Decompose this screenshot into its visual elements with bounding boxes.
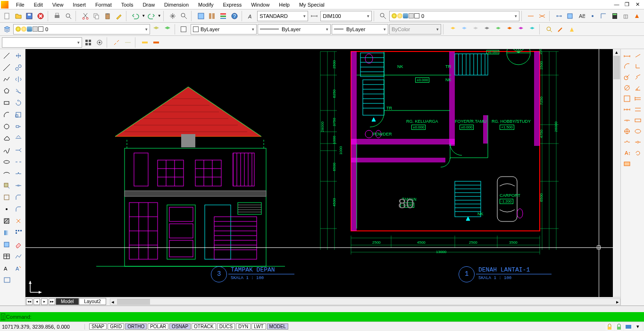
hatch-tool[interactable] [1,215,12,227]
dim-jog-button[interactable] [633,72,643,82]
menu-tools[interactable]: Tools [117,1,138,8]
ortho-toggle[interactable]: ORTHO [125,323,147,330]
menu-window[interactable]: Window [246,1,274,8]
dim-style-dropdown[interactable]: DIM100 [320,11,371,21]
insert-block-tool[interactable] [1,180,12,191]
dim-linear-button[interactable] [526,11,536,21]
dist-button[interactable] [554,11,564,21]
save-button[interactable] [24,11,34,21]
polar-toggle[interactable]: POLAR [148,323,168,330]
mirror-tool[interactable] [13,74,24,85]
match-prop-button[interactable] [114,11,124,21]
close-button[interactable]: ✕ [633,1,642,8]
ellipse-arc-tool[interactable] [1,168,12,179]
layer-state-dropdown[interactable]: 0 [389,11,519,21]
polygon-tool[interactable] [1,85,12,97]
close-file-button[interactable] [35,11,46,21]
menu-help[interactable]: Help [274,1,294,8]
hardware-accel-icon[interactable] [624,323,633,331]
dim-ang-button[interactable] [633,83,643,93]
layer-isolate-button[interactable] [448,24,458,34]
array-tool[interactable] [13,227,24,238]
menu-file[interactable]: File [11,1,29,8]
join-tool[interactable] [13,180,24,191]
dim-arc-button[interactable] [622,61,632,71]
grid-toggle[interactable]: GRID [108,323,124,330]
tab-first[interactable]: ◂◂ [26,298,33,305]
list-button[interactable]: ABC [576,11,586,21]
viewport-grid-button[interactable] [83,37,93,48]
lineweight-dropdown[interactable]: ByLayer [332,24,388,34]
tab-layout2[interactable]: Layout2 [79,298,106,305]
tab-last[interactable]: ▸▸ [49,298,55,305]
layer-unisolate-button[interactable] [459,24,469,34]
dim-align-button[interactable] [633,50,643,60]
redo-button[interactable] [146,11,157,21]
preview-button[interactable] [63,11,74,21]
menu-draw[interactable]: Draw [138,1,159,8]
layer-states-button[interactable] [162,24,173,34]
properties-button[interactable] [196,11,206,21]
break-tool[interactable] [13,156,24,168]
arc-tool[interactable] [1,109,12,120]
copy-tool[interactable] [13,62,24,73]
revcloud-tool[interactable] [1,133,12,144]
dim-ord-button[interactable] [633,61,643,71]
layer-prev-button[interactable] [151,24,161,34]
lock-vp-icon[interactable] [615,323,623,331]
dim-space-button[interactable] [633,104,643,115]
ruler2-icon[interactable] [151,37,161,48]
calc-button[interactable] [610,11,620,21]
chamfer-tool[interactable] [13,192,24,203]
dyn-toggle[interactable]: DYN [236,323,251,330]
tab-prev[interactable]: ◂ [33,298,40,305]
minimize-button[interactable]: — [612,1,621,8]
menu-format[interactable]: Format [91,1,117,8]
xline-tool[interactable] [1,62,12,73]
menu-view[interactable]: View [48,1,68,8]
dim-edit-button[interactable] [633,137,643,147]
point-tool[interactable] [1,204,12,215]
snap-toggle[interactable]: SNAP [89,323,107,330]
quick-dim-button[interactable] [622,93,632,104]
coord-sys-icon[interactable] [632,11,643,21]
design-center-button[interactable] [207,11,217,21]
extend-tool[interactable] [13,144,24,156]
drawing-canvas[interactable]: 3 TAMPAK DEPAN SKALA 1 : 100 [25,49,620,297]
region-tool[interactable] [1,239,12,250]
paste-button[interactable] [102,11,113,21]
dim-style-button[interactable] [622,159,632,169]
layer-walk-button[interactable] [527,24,537,34]
linetype-dropdown[interactable]: ByLayer [258,24,331,34]
help-button[interactable]: ? [229,11,240,21]
otrack-toggle[interactable]: OTRACK [192,323,216,330]
id-button[interactable] [587,11,598,21]
osnap-toggle[interactable]: OSNAP [169,323,191,330]
circle-tool[interactable] [1,121,12,132]
make-block-tool[interactable] [1,192,12,203]
zoom-ext-button[interactable] [544,24,554,34]
new-button[interactable] [2,11,12,21]
horizontal-scrollbar[interactable]: ◂▸ [110,298,620,305]
menu-express[interactable]: Express [218,1,246,8]
open-button[interactable] [13,11,24,21]
center-mark-button[interactable] [622,126,632,136]
ruler1-icon[interactable] [140,37,150,48]
ellipse-tool[interactable] [1,156,12,168]
gradient-tool[interactable] [1,227,12,238]
cut-button[interactable] [80,11,91,21]
snap-override-button[interactable] [111,37,122,48]
dim-style-icon[interactable] [309,11,319,21]
restore-button[interactable]: ❐ [622,1,632,8]
offset-tool[interactable] [13,85,24,97]
color-dropdown[interactable]: ByLayer [191,24,257,34]
rotate-tool[interactable] [13,97,24,109]
menu-dimension[interactable]: Dimension [159,1,193,8]
print-button[interactable] [52,11,63,21]
command-input-dropdown[interactable] [2,37,82,48]
pline-tool[interactable] [1,74,12,85]
layer-freeze-button[interactable] [470,24,481,34]
coord-button[interactable] [598,11,609,21]
zoom-realtime-button[interactable] [179,11,189,21]
scale-tool[interactable] [13,109,24,120]
